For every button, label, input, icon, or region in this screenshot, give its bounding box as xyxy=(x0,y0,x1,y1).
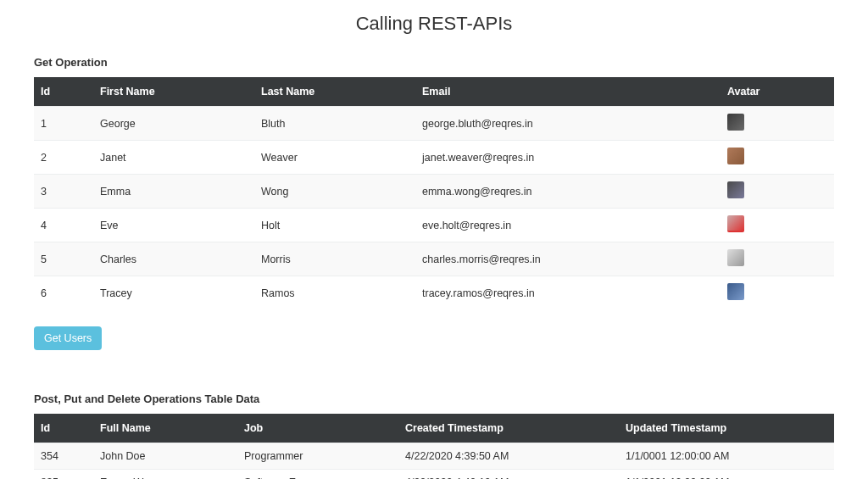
op-updated: 1/1/0001 12:00:00 AM xyxy=(619,470,834,480)
op-job: Programmer xyxy=(237,443,398,470)
operations-table: Id Full Name Job Created Timestamp Updat… xyxy=(34,414,834,479)
user-id: 5 xyxy=(34,242,93,276)
table-row: 4 Eve Holt eve.holt@reqres.in xyxy=(34,209,834,242)
op-job: Software Engg xyxy=(237,470,398,480)
user-id: 6 xyxy=(34,276,93,310)
user-email: george.bluth@reqres.in xyxy=(415,107,721,141)
op-full-name: John Doe xyxy=(93,443,237,470)
user-first-name: George xyxy=(93,107,254,141)
user-last-name: Wong xyxy=(254,175,415,209)
ops-th-created: Created Timestamp xyxy=(398,414,619,443)
user-first-name: Charles xyxy=(93,242,254,276)
users-th-avatar: Avatar xyxy=(721,77,834,107)
ops-th-full-name: Full Name xyxy=(93,414,237,443)
ops-th-updated: Updated Timestamp xyxy=(619,414,834,443)
crud-operations-heading: Post, Put and Delete Operations Table Da… xyxy=(34,393,834,405)
get-users-button[interactable]: Get Users xyxy=(34,326,102,350)
users-th-first-name: First Name xyxy=(93,77,254,107)
avatar-icon xyxy=(727,181,744,198)
table-row: 6 Tracey Ramos tracey.ramos@reqres.in xyxy=(34,276,834,310)
avatar-icon xyxy=(727,215,744,232)
user-email: emma.wong@reqres.in xyxy=(415,175,721,209)
op-id: 354 xyxy=(34,443,93,470)
op-created: 4/22/2020 4:40:10 AM xyxy=(398,470,619,480)
user-first-name: Emma xyxy=(93,175,254,209)
op-id: 835 xyxy=(34,470,93,480)
user-id: 3 xyxy=(34,175,93,209)
page-title: Calling REST-APIs xyxy=(34,13,834,35)
ops-th-job: Job xyxy=(237,414,398,443)
user-first-name: Tracey xyxy=(93,276,254,310)
table-row: 5 Charles Morris charles.morris@reqres.i… xyxy=(34,242,834,276)
user-last-name: Ramos xyxy=(254,276,415,310)
user-email: janet.weaver@reqres.in xyxy=(415,141,721,175)
table-row: 2 Janet Weaver janet.weaver@reqres.in xyxy=(34,141,834,175)
user-id: 4 xyxy=(34,209,93,242)
table-row: 3 Emma Wong emma.wong@reqres.in xyxy=(34,175,834,209)
users-table: Id First Name Last Name Email Avatar 1 G… xyxy=(34,77,834,309)
user-email: eve.holt@reqres.in xyxy=(415,209,721,242)
user-last-name: Holt xyxy=(254,209,415,242)
op-full-name: Emma Wong xyxy=(93,470,237,480)
table-row: 354 John Doe Programmer 4/22/2020 4:39:5… xyxy=(34,443,834,470)
user-email: charles.morris@reqres.in xyxy=(415,242,721,276)
user-last-name: Weaver xyxy=(254,141,415,175)
avatar-icon xyxy=(727,114,744,131)
user-last-name: Morris xyxy=(254,242,415,276)
user-first-name: Eve xyxy=(93,209,254,242)
users-th-last-name: Last Name xyxy=(254,77,415,107)
avatar-icon xyxy=(727,283,744,300)
avatar-icon xyxy=(727,148,744,164)
users-th-email: Email xyxy=(415,77,721,107)
user-last-name: Bluth xyxy=(254,107,415,141)
op-updated: 1/1/0001 12:00:00 AM xyxy=(619,443,834,470)
op-created: 4/22/2020 4:39:50 AM xyxy=(398,443,619,470)
user-email: tracey.ramos@reqres.in xyxy=(415,276,721,310)
user-first-name: Janet xyxy=(93,141,254,175)
get-operation-heading: Get Operation xyxy=(34,56,834,69)
table-row: 835 Emma Wong Software Engg 4/22/2020 4:… xyxy=(34,470,834,480)
user-id: 2 xyxy=(34,141,93,175)
ops-th-id: Id xyxy=(34,414,93,443)
users-th-id: Id xyxy=(34,77,93,107)
avatar-icon xyxy=(727,249,744,266)
table-row: 1 George Bluth george.bluth@reqres.in xyxy=(34,107,834,141)
user-id: 1 xyxy=(34,107,93,141)
